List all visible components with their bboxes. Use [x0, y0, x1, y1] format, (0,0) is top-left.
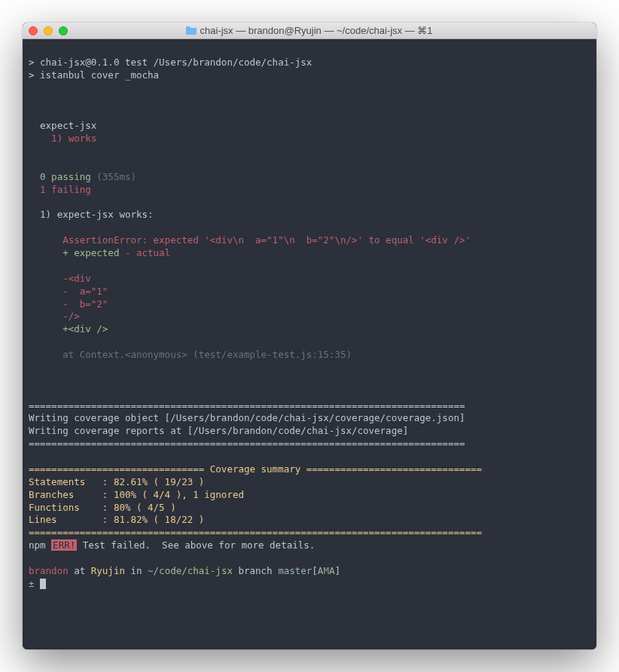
prompt-flags-open: [	[312, 565, 318, 576]
prompt-at: at	[69, 565, 91, 576]
coverage-statements: Statements : 82.61% ( 19/23 )	[29, 476, 204, 487]
assertion-error: AssertionError: expected '<div\n a="1"\n…	[29, 234, 471, 246]
diff-expected-label: + expected	[29, 247, 119, 258]
titlebar: chai-jsx — brandon@Ryujin — ~/code/chai-…	[23, 23, 596, 39]
prompt-path: ~/code/chai-jsx	[148, 565, 233, 576]
diff-line: - b="2"	[29, 298, 108, 310]
window-title: chai-jsx — brandon@Ryujin — ~/code/chai-…	[23, 25, 596, 36]
failure-header: 1) expect-jsx works:	[29, 209, 154, 220]
failing-count: 1 failing	[29, 184, 91, 195]
cursor-icon	[40, 579, 46, 589]
passing-time: (355ms)	[91, 171, 136, 182]
coverage-summary-header: =============================== Coverage…	[29, 463, 482, 475]
npm-label: npm	[29, 539, 51, 551]
prompt-flag: M	[323, 565, 329, 576]
prompt-symbol: ±	[29, 578, 40, 589]
output-line: > istanbul cover _mocha	[29, 69, 159, 81]
terminal-body[interactable]: > chai-jsx@0.1.0 test /Users/brandon/cod…	[23, 39, 596, 649]
prompt-in: in	[125, 565, 148, 576]
coverage-branches: Branches : 100% ( 4/4 ), 1 ignored	[29, 489, 244, 500]
minimize-icon[interactable]	[44, 26, 53, 35]
coverage-line: Writing coverage reports at [/Users/bran…	[29, 425, 408, 436]
stack-trace: at Context.<anonymous> (test/example-tes…	[29, 349, 352, 360]
terminal-window: chai-jsx — brandon@Ryujin — ~/code/chai-…	[23, 23, 596, 649]
npm-err-badge: ERR!	[51, 539, 77, 551]
diff-actual-label: - actual	[119, 247, 170, 258]
traffic-lights	[29, 26, 68, 35]
separator: ========================================…	[29, 400, 465, 411]
separator: ========================================…	[29, 438, 465, 449]
diff-line: +<div />	[29, 323, 108, 334]
close-icon[interactable]	[29, 26, 38, 35]
prompt-flags-close: ]	[334, 565, 340, 576]
coverage-line: Writing coverage object [/Users/brandon/…	[29, 412, 465, 423]
prompt-branch-label: branch	[233, 565, 278, 576]
diff-line: - a="1"	[29, 286, 108, 297]
failing-test: 1) works	[29, 133, 96, 144]
diff-line: -<div	[29, 273, 91, 284]
prompt-user: brandon	[29, 565, 69, 576]
window-title-text: chai-jsx — brandon@Ryujin — ~/code/chai-…	[200, 25, 432, 36]
separator: ========================================…	[29, 527, 482, 538]
zoom-icon[interactable]	[59, 26, 68, 35]
coverage-functions: Functions : 80% ( 4/5 )	[29, 502, 176, 513]
coverage-lines: Lines : 81.82% ( 18/22 )	[29, 514, 204, 525]
npm-message: Test failed. See above for more details.	[77, 539, 315, 551]
passing-count: 0 passing	[29, 171, 91, 182]
output-line: > chai-jsx@0.1.0 test /Users/brandon/cod…	[29, 57, 312, 68]
suite-name: expect-jsx	[29, 120, 96, 131]
diff-line: -/>	[29, 310, 80, 322]
prompt-host: Ryujin	[91, 565, 125, 576]
folder-icon	[186, 26, 197, 35]
prompt-branch: master	[278, 565, 312, 576]
